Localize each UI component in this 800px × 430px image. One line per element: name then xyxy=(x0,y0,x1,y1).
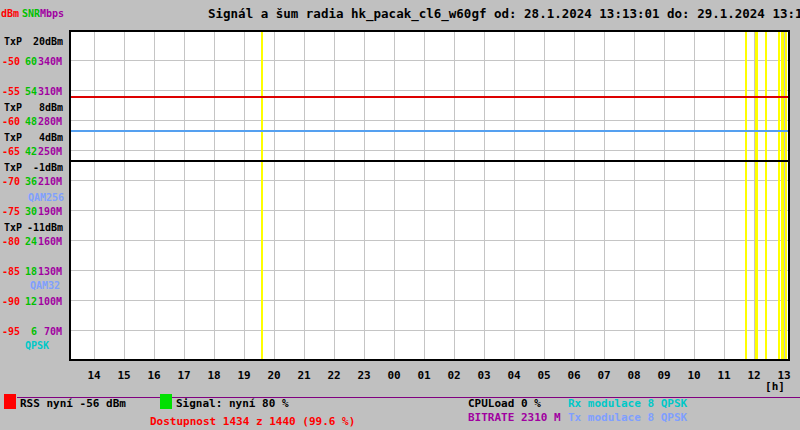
y-tick-dbm: -60 xyxy=(1,115,20,128)
rss-legend-label: RSS nyní -56 dBm xyxy=(20,397,126,410)
y-axis-header-snr: SNR xyxy=(22,7,40,20)
x-tick: 16 xyxy=(139,369,169,382)
outage-marker xyxy=(755,32,758,359)
txp-value: -1dBm xyxy=(24,161,63,174)
x-tick: 18 xyxy=(199,369,229,382)
cpuload-label: CPULoad 0 % xyxy=(468,397,541,410)
x-tick: 01 xyxy=(409,369,439,382)
v-gridline xyxy=(154,32,155,359)
txp-value: 8dBm xyxy=(24,101,63,114)
rx-modulation-label: Rx modulace 8 QPSK xyxy=(568,397,687,410)
y-tick-dbm: -95 xyxy=(1,325,20,338)
h-gridline xyxy=(71,330,788,331)
v-gridline xyxy=(94,32,95,359)
y-tick-dbm: -55 xyxy=(1,85,20,98)
v-gridline xyxy=(454,32,455,359)
x-tick: 08 xyxy=(619,369,649,382)
x-tick: 11 xyxy=(709,369,739,382)
x-tick: 15 xyxy=(109,369,139,382)
v-gridline xyxy=(484,32,485,359)
y-axis-header-dbm: dBm xyxy=(1,7,19,20)
v-gridline xyxy=(514,32,515,359)
y-tick-mbps: 250M xyxy=(37,145,62,158)
modulation-label: QAM256 xyxy=(28,191,64,204)
h-gridline xyxy=(71,240,788,241)
modulation-label: QAM32 xyxy=(30,279,60,292)
signal-legend-label: Signal: nyní 80 % xyxy=(176,397,289,410)
h-gridline xyxy=(71,60,788,61)
rss-line xyxy=(71,96,788,98)
y-tick-dbm: -65 xyxy=(1,145,20,158)
v-gridline xyxy=(724,32,725,359)
y-tick-snr: 48 xyxy=(23,115,37,128)
y-tick-dbm: -70 xyxy=(1,175,20,188)
plot-area xyxy=(69,30,790,361)
y-tick-mbps: 190M xyxy=(37,205,62,218)
availability-label: Dostupnost 1434 z 1440 (99.6 %) xyxy=(150,415,355,428)
y-tick-snr: 30 xyxy=(23,205,37,218)
y-axis-header-mbps: Mbps xyxy=(40,7,64,20)
signal-legend-swatch xyxy=(160,394,172,409)
y-tick-snr: 36 xyxy=(23,175,37,188)
x-tick: 04 xyxy=(499,369,529,382)
y-tick-mbps: 310M xyxy=(37,85,62,98)
y-tick-mbps: 340M xyxy=(37,55,62,68)
x-tick: 06 xyxy=(559,369,589,382)
v-gridline xyxy=(394,32,395,359)
y-tick-snr: 60 xyxy=(23,55,37,68)
y-tick-dbm: -75 xyxy=(1,205,20,218)
x-tick: 21 xyxy=(289,369,319,382)
y-tick-mbps: 210M xyxy=(37,175,62,188)
v-gridline xyxy=(364,32,365,359)
y-tick-mbps: 70M xyxy=(37,325,62,338)
tx-modulation-label: Tx modulace 8 QPSK xyxy=(568,411,687,424)
y-tick-snr: 24 xyxy=(23,235,37,248)
txp-label: TxP xyxy=(4,131,22,144)
outage-marker xyxy=(745,32,747,359)
y-tick-dbm: -90 xyxy=(1,295,20,308)
txp-label: TxP xyxy=(4,221,22,234)
y-tick-dbm: -80 xyxy=(1,235,20,248)
h-gridline xyxy=(71,120,788,121)
bitrate-label: BITRATE 2310 M xyxy=(468,411,561,424)
v-gridline xyxy=(604,32,605,359)
v-gridline xyxy=(274,32,275,359)
page-title: Signál a šum radia hk_pacak_cl6_w60gf od… xyxy=(208,7,800,20)
v-gridline xyxy=(574,32,575,359)
v-gridline xyxy=(214,32,215,359)
x-tick: 00 xyxy=(379,369,409,382)
radio-signal-noise-graph: Signál a šum radia hk_pacak_cl6_w60gf od… xyxy=(0,0,800,430)
x-tick: 22 xyxy=(319,369,349,382)
x-tick: 19 xyxy=(229,369,259,382)
y-tick-snr: 18 xyxy=(23,265,37,278)
y-tick-snr: 6 xyxy=(23,325,37,338)
y-tick-mbps: 280M xyxy=(37,115,62,128)
x-tick: 02 xyxy=(439,369,469,382)
h-gridline xyxy=(71,300,788,301)
x-tick: 14 xyxy=(79,369,109,382)
v-gridline xyxy=(334,32,335,359)
y-tick-mbps: 160M xyxy=(37,235,62,248)
outage-marker xyxy=(261,32,263,359)
v-gridline xyxy=(664,32,665,359)
v-gridline xyxy=(544,32,545,359)
v-gridline xyxy=(244,32,245,359)
x-tick: 23 xyxy=(349,369,379,382)
rss-legend-swatch xyxy=(4,394,16,409)
outage-marker xyxy=(781,32,784,359)
h-gridline xyxy=(71,210,788,211)
x-tick: 05 xyxy=(529,369,559,382)
y-tick-snr: 54 xyxy=(23,85,37,98)
txp-value: -11dBm xyxy=(24,221,63,234)
x-tick: 07 xyxy=(589,369,619,382)
x-tick: 03 xyxy=(469,369,499,382)
y-tick-dbm: -50 xyxy=(1,55,20,68)
v-gridline xyxy=(304,32,305,359)
y-tick-mbps: 130M xyxy=(37,265,62,278)
blue-line-line xyxy=(71,130,788,132)
v-gridline xyxy=(634,32,635,359)
v-gridline xyxy=(694,32,695,359)
v-gridline xyxy=(184,32,185,359)
txp-label: TxP xyxy=(4,101,22,114)
txp-value: 20dBm xyxy=(24,35,63,48)
